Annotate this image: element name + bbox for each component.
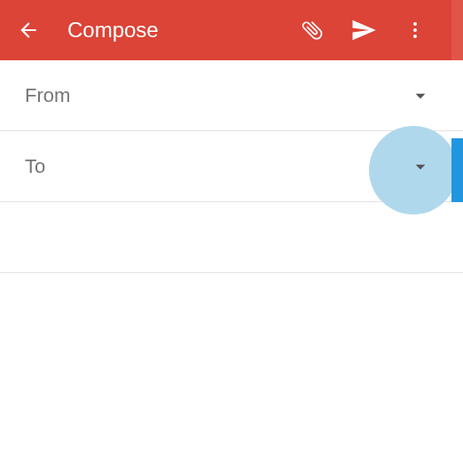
- subject-row[interactable]: [0, 202, 463, 273]
- compose-form: From To: [0, 60, 463, 273]
- to-expand-button[interactable]: [406, 152, 435, 181]
- svg-point-0: [413, 22, 417, 26]
- back-button[interactable]: [7, 9, 50, 51]
- chevron-down-icon: [409, 84, 432, 107]
- attachment-icon: [300, 18, 325, 43]
- scroll-indicator: [451, 138, 463, 202]
- send-icon: [350, 17, 377, 43]
- more-button[interactable]: [394, 9, 436, 51]
- attach-button[interactable]: [291, 9, 334, 51]
- from-expand-button[interactable]: [406, 82, 435, 110]
- more-vert-icon: [404, 20, 426, 41]
- svg-point-2: [413, 35, 417, 38]
- from-row[interactable]: From: [0, 60, 463, 131]
- to-row[interactable]: To: [0, 131, 463, 202]
- arrow-back-icon: [17, 19, 40, 42]
- page-title: Compose: [67, 18, 291, 43]
- toolbar-edge: [451, 0, 463, 60]
- from-label: From: [25, 84, 70, 107]
- compose-toolbar: Compose: [0, 0, 463, 60]
- toolbar-actions: [291, 9, 436, 51]
- send-button[interactable]: [342, 9, 385, 51]
- to-label: To: [25, 155, 45, 178]
- svg-point-1: [413, 28, 417, 32]
- chevron-down-icon: [409, 155, 432, 178]
